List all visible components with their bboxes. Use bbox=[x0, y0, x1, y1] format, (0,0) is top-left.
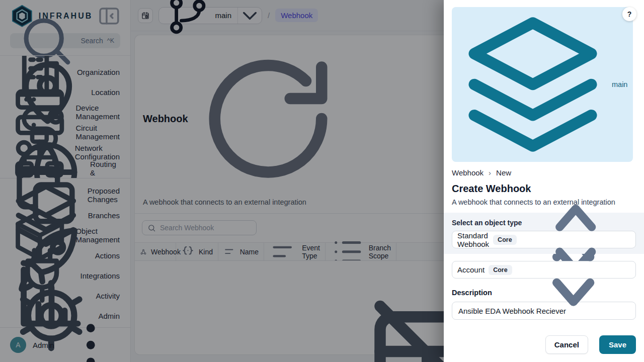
branch-badge: main bbox=[452, 7, 633, 162]
drawer-subtitle: A webhook that connects to an external i… bbox=[452, 198, 636, 206]
core-badge: Core bbox=[493, 235, 516, 245]
help-button[interactable]: ? bbox=[622, 7, 636, 21]
create-webhook-drawer: main ? Webhook › New Create Webhook A we… bbox=[444, 0, 644, 362]
unfold-chevrons-icon bbox=[516, 254, 630, 327]
core-badge: Core bbox=[489, 265, 512, 275]
drawer-footer: Cancel Save bbox=[444, 327, 644, 362]
kind-select-value: Account bbox=[457, 265, 485, 274]
drawer-title: Create Webhook bbox=[452, 183, 636, 195]
chevron-right-icon: › bbox=[489, 168, 491, 177]
app-root: INFRAHUB Search ^K Organization Location… bbox=[0, 0, 644, 362]
layers-icon bbox=[457, 9, 608, 160]
object-type-value: Standard Webhook bbox=[457, 231, 489, 248]
save-button[interactable]: Save bbox=[599, 335, 636, 354]
branch-badge-label: main bbox=[612, 80, 627, 88]
object-type-select[interactable]: Standard Webhook Core bbox=[452, 231, 636, 248]
object-type-section: Select an object type Standard Webhook C… bbox=[444, 213, 644, 254]
breadcrumb-parent[interactable]: Webhook bbox=[452, 168, 484, 177]
drawer-breadcrumb: Webhook › New bbox=[452, 168, 636, 177]
breadcrumb-current: New bbox=[496, 168, 511, 177]
cancel-button[interactable]: Cancel bbox=[545, 335, 588, 354]
drawer-header: main ? Webhook › New Create Webhook A we… bbox=[444, 0, 644, 206]
kind-select[interactable]: Account Core bbox=[452, 261, 636, 279]
drawer-form: Account Core Description Url * Shared Ke… bbox=[444, 254, 644, 327]
modal-backdrop[interactable] bbox=[0, 0, 444, 362]
description-field[interactable] bbox=[458, 307, 629, 315]
